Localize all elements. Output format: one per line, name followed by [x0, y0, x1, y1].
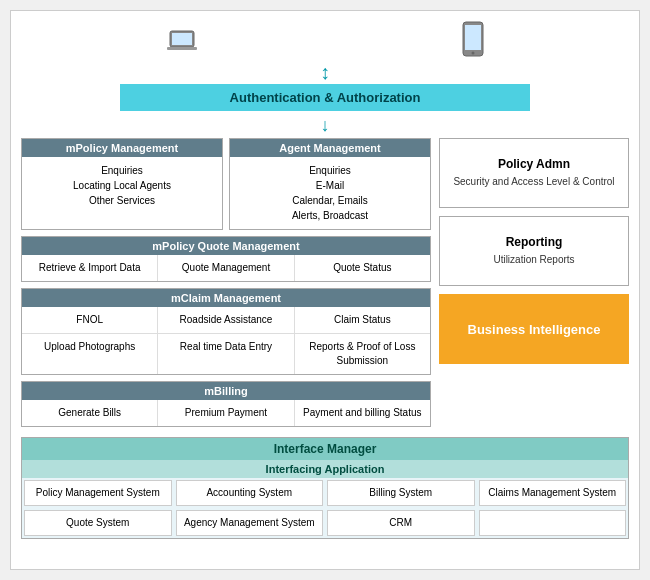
claim-cell-status: Claim Status [295, 307, 430, 333]
mpolicy-box: mPolicy Management Enquiries Locating Lo… [21, 138, 223, 230]
claim-row1: FNOL Roadside Assistance Claim Status [22, 307, 430, 334]
left-panel: mPolicy Management Enquiries Locating Lo… [21, 138, 431, 433]
agent-item-2: E-Mail [238, 178, 422, 193]
claim-cell-realtime: Real time Data Entry [158, 334, 294, 374]
policy-admn-box: Policy Admn Security and Access Level & … [439, 138, 629, 208]
agent-item-3: Calendar, Emails [238, 193, 422, 208]
svg-rect-1 [172, 33, 192, 45]
bi-label: Business Intelligence [451, 322, 617, 337]
claim-cell-photos: Upload Photographs [22, 334, 158, 374]
quote-cell-3: Quote Status [295, 255, 430, 281]
agent-header: Agent Management [230, 139, 430, 157]
claim-cell-roadside: Roadside Assistance [158, 307, 294, 333]
billing-cell-3: Payment and billing Status [295, 400, 430, 426]
top-sections: mPolicy Management Enquiries Locating Lo… [21, 138, 431, 230]
policy-admn-sub: Security and Access Level & Control [452, 175, 616, 189]
if-cell-1-2: Accounting System [176, 480, 324, 506]
right-panel: Policy Admn Security and Access Level & … [439, 138, 629, 433]
claim-cell-fnol: FNOL [22, 307, 158, 333]
if-cell-2-3: CRM [327, 510, 475, 536]
claim-header: mClaim Management [22, 289, 430, 307]
if-cell-1-1: Policy Management System [24, 480, 172, 506]
content-row: mPolicy Management Enquiries Locating Lo… [21, 138, 629, 433]
mpolicy-header: mPolicy Management [22, 139, 222, 157]
reporting-sub: Utilization Reports [452, 253, 616, 267]
agent-item-4: Alerts, Broadcast [238, 208, 422, 223]
if-cell-1-3: Billing System [327, 480, 475, 506]
interface-section: Interface Manager Interfacing Applicatio… [21, 437, 629, 539]
reporting-box: Reporting Utilization Reports [439, 216, 629, 286]
billing-header: mBilling [22, 382, 430, 400]
interface-row-2: Quote System Agency Management System CR… [22, 508, 628, 538]
auth-bar: Authentication & Authorization [120, 84, 530, 111]
mpolicy-content: Enquiries Locating Local Agents Other Se… [22, 157, 222, 214]
interfacing-app-header: Interfacing Application [22, 460, 628, 478]
billing-cell-1: Generate Bills [22, 400, 158, 426]
quote-box: mPolicy Quote Management Retrieve & Impo… [21, 236, 431, 282]
interface-manager-header: Interface Manager [22, 438, 628, 460]
double-arrow: ↕ [120, 61, 530, 84]
claim-box: mClaim Management FNOL Roadside Assistan… [21, 288, 431, 375]
reporting-title: Reporting [452, 235, 616, 249]
arrow-down: ↓ [120, 115, 530, 136]
quote-content: Retrieve & Import Data Quote Management … [22, 255, 430, 281]
agent-content: Enquiries E-Mail Calendar, Emails Alerts… [230, 157, 430, 229]
claim-cell-reports: Reports & Proof of Loss Submission [295, 334, 430, 374]
mobile-device [462, 21, 484, 57]
agent-item-1: Enquiries [238, 163, 422, 178]
bi-box[interactable]: Business Intelligence [439, 294, 629, 364]
quote-cell-2: Quote Management [158, 255, 294, 281]
mpolicy-item-2: Locating Local Agents [30, 178, 214, 193]
agent-box: Agent Management Enquiries E-Mail Calend… [229, 138, 431, 230]
interface-row-1: Policy Management System Accounting Syst… [22, 478, 628, 508]
laptop-device [166, 25, 198, 57]
svg-point-5 [472, 52, 475, 55]
svg-rect-4 [465, 25, 481, 50]
quote-cell-1: Retrieve & Import Data [22, 255, 158, 281]
policy-admn-title: Policy Admn [452, 157, 616, 171]
mpolicy-item-3: Other Services [30, 193, 214, 208]
mpolicy-item-1: Enquiries [30, 163, 214, 178]
top-icons-row [120, 21, 530, 57]
billing-content: Generate Bills Premium Payment Payment a… [22, 400, 430, 426]
billing-box: mBilling Generate Bills Premium Payment … [21, 381, 431, 427]
quote-header: mPolicy Quote Management [22, 237, 430, 255]
svg-rect-2 [167, 47, 197, 50]
if-cell-2-4 [479, 510, 627, 536]
claim-row2: Upload Photographs Real time Data Entry … [22, 334, 430, 374]
auth-label: Authentication & Authorization [230, 90, 421, 105]
if-cell-2-1: Quote System [24, 510, 172, 536]
billing-cell-2: Premium Payment [158, 400, 294, 426]
if-cell-2-2: Agency Management System [176, 510, 324, 536]
main-container: ↕ Authentication & Authorization ↓ mPoli… [10, 10, 640, 570]
if-cell-1-4: Claims Management System [479, 480, 627, 506]
